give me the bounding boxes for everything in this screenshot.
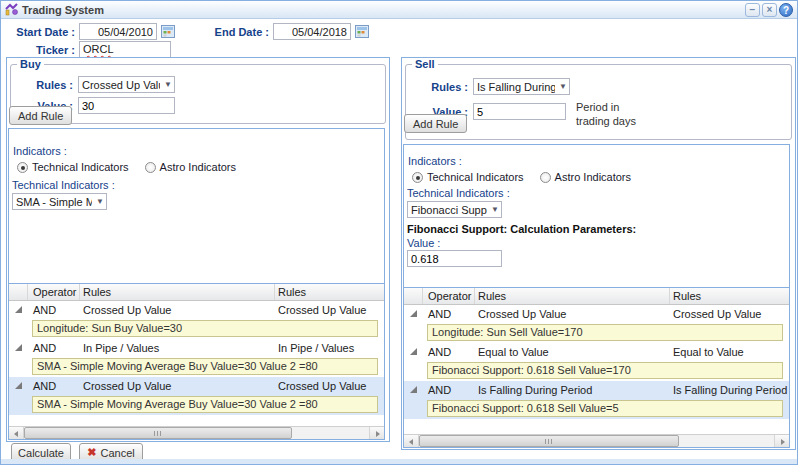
buy-panel: Buy Rules : Crossed Up Value ▼ Value : A… [6,57,390,442]
grid-cell: AND [423,308,475,320]
technical-indicators-radio[interactable] [412,172,423,183]
buy-rules-grid: Operator Rules Rules ANDCrossed Up Value… [9,283,384,439]
app-icon [5,3,18,16]
sell-rules-grid: Operator Rules Rules ANDCrossed Up Value… [404,287,789,447]
grid-cell: Equal to Value [475,346,670,358]
grid-body: ANDCrossed Up ValueCrossed Up ValueLongi… [404,305,789,419]
scrollbar-thumb[interactable] [24,427,292,439]
scroll-right-arrow[interactable] [369,427,384,439]
grid-cell: Crossed Up Value [475,308,670,320]
scroll-right-arrow[interactable] [774,435,789,447]
buy-rules-label: Rules : [15,79,73,91]
detail-text: SMA - Simple Moving Average Buy Value=30… [32,358,378,375]
grid-cell: AND [28,304,80,316]
rules-column-header[interactable]: Rules [275,284,384,300]
detail-text: Longitude: Sun Sell Value=170 [427,324,783,341]
astro-indicators-radio-label: Astro Indicators [555,171,631,183]
detail-row[interactable]: SMA - Simple Moving Average Buy Value=30… [9,394,384,415]
sell-panel: Sell Rules : Is Falling During Per... ▼ … [401,57,796,450]
buy-legend: Buy [17,58,44,70]
ticker-input[interactable]: ORCL [79,41,171,58]
buy-rules-select[interactable]: Crossed Up Value ▼ [78,76,175,93]
minimize-button[interactable]: − [745,3,760,17]
rules-column-header[interactable]: Rules [475,288,670,304]
help-icon[interactable]: ? [779,3,793,17]
ticker-label: Ticker : [1,44,75,56]
expand-icon[interactable] [410,310,417,317]
start-date-label: Start Date : [1,26,75,38]
grid-cell: In Pipe / Values [275,342,384,354]
sell-technical-indicator-select[interactable]: Fibonacci Support ▼ [407,201,502,218]
sell-value-note: Period in trading days [576,101,638,129]
trading-system-window: Trading System − × ? Start Date : End Da… [0,0,798,465]
chevron-down-icon: ▼ [559,82,567,91]
detail-row[interactable]: Longitude: Sun Sell Value=170 [404,322,789,343]
calendar-icon[interactable] [161,25,175,38]
ticker-value: ORCL [83,43,114,55]
astro-indicators-radio[interactable] [145,162,156,173]
scrollbar-track[interactable] [419,435,774,447]
sell-indicators-label: Indicators : [408,155,462,167]
sell-value-input[interactable] [473,103,566,120]
scrollbar-thumb[interactable] [419,435,679,447]
horizontal-scrollbar[interactable] [9,426,384,439]
chevron-down-icon: ▼ [96,197,104,206]
titlebar[interactable]: Trading System − × ? [1,1,797,19]
fibonacci-params-title: Fibonacci Support: Calculation Parameter… [407,223,636,235]
end-date-label: End Date : [187,26,269,38]
sell-rules-select[interactable]: Is Falling During Per... ▼ [473,78,570,95]
rule-row[interactable]: ANDIn Pipe / ValuesIn Pipe / Values [9,339,384,356]
sell-add-rule-button[interactable]: Add Rule [404,114,467,133]
rules-column-header[interactable]: Rules [80,284,275,300]
close-button[interactable]: × [762,3,777,17]
buy-technical-indicators-label: Technical Indicators : [12,179,115,191]
technical-indicators-radio[interactable] [17,162,28,173]
operator-column-header[interactable]: Operator [28,284,80,300]
grid-body: ANDCrossed Up ValueCrossed Up ValueLongi… [9,301,384,415]
detail-row[interactable]: Fibonacci Support: 0.618 Sell Value=5 [404,398,789,419]
expand-icon[interactable] [15,382,22,389]
grid-header: Operator Rules Rules [9,284,384,301]
fibonacci-value-input[interactable] [407,250,502,267]
astro-indicators-radio-label: Astro Indicators [160,161,236,173]
fibonacci-value-label: Value : [407,237,440,249]
calendar-icon[interactable] [355,25,369,38]
expand-icon[interactable] [410,348,417,355]
sell-technical-indicators-label: Technical Indicators : [407,187,510,199]
operator-column-header[interactable]: Operator [423,288,475,304]
scroll-left-arrow[interactable] [404,435,419,447]
detail-row[interactable]: Longitude: Sun Buy Value=30 [9,318,384,339]
detail-row[interactable]: Fibonacci Support: 0.618 Sell Value=170 [404,360,789,381]
buy-inner-panel: Indicators : Technical Indicators Astro … [8,128,385,440]
sell-legend: Sell [412,58,438,70]
rule-row[interactable]: ANDCrossed Up ValueCrossed Up Value [9,377,384,394]
detail-text: Fibonacci Support: 0.618 Sell Value=5 [427,400,783,417]
end-date-input[interactable] [273,23,351,40]
chevron-down-icon: ▼ [164,80,172,89]
grid-header: Operator Rules Rules [404,288,789,305]
detail-row[interactable]: SMA - Simple Moving Average Buy Value=30… [9,356,384,377]
horizontal-scrollbar[interactable] [404,434,789,447]
astro-indicators-radio[interactable] [540,172,551,183]
cancel-x-icon: ✖ [87,446,96,459]
scroll-left-arrow[interactable] [9,427,24,439]
sell-rules-label: Rules : [410,81,468,93]
chevron-down-icon: ▼ [491,205,499,214]
start-date-input[interactable] [79,23,157,40]
rule-row[interactable]: ANDEqual to ValueEqual to Value [404,343,789,360]
scrollbar-track[interactable] [24,427,369,439]
buy-value-input[interactable] [78,97,175,114]
grid-cell: AND [423,384,475,396]
rules-column-header[interactable]: Rules [670,288,789,304]
expand-icon[interactable] [15,344,22,351]
buy-add-rule-button[interactable]: Add Rule [9,106,72,125]
grid-cell: Crossed Up Value [275,380,384,392]
rule-row[interactable]: ANDCrossed Up ValueCrossed Up Value [404,305,789,322]
rule-row[interactable]: ANDIs Falling During PeriodIs Falling Du… [404,381,789,398]
grid-cell: Crossed Up Value [80,380,275,392]
expand-icon[interactable] [15,306,22,313]
technical-indicators-radio-label: Technical Indicators [427,171,524,183]
buy-technical-indicator-select[interactable]: SMA - Simple Movin... ▼ [12,193,107,210]
rule-row[interactable]: ANDCrossed Up ValueCrossed Up Value [9,301,384,318]
expand-icon[interactable] [410,386,417,393]
